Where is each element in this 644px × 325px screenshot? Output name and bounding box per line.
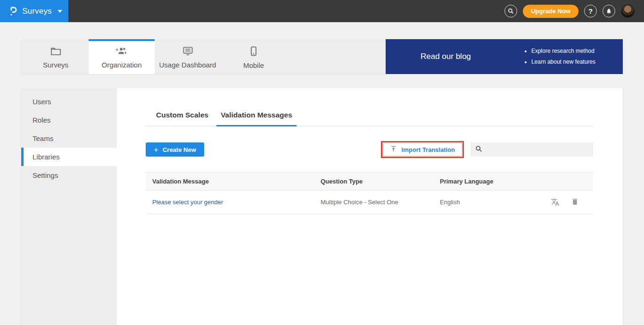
primary-navigation: Surveys + Organization: [21, 39, 623, 74]
tab-validation-messages[interactable]: Validation Messages: [216, 111, 297, 126]
search-icon: [475, 145, 482, 154]
import-icon: [390, 145, 397, 154]
blog-banner[interactable]: Read our blog Explore research method Le…: [386, 39, 623, 74]
questionpro-logo-icon: [9, 6, 17, 17]
banner-bullet: Learn about new features: [531, 57, 595, 67]
dashboard-icon: [182, 46, 193, 58]
row-actions: [556, 198, 593, 207]
translate-icon[interactable]: [551, 198, 560, 207]
nav-tab-usage-dashboard[interactable]: Usage Dashboard: [155, 39, 221, 74]
sidebar-item-teams[interactable]: Teams: [21, 129, 117, 148]
table-row: Please select your gender Multiple Choic…: [146, 191, 593, 214]
column-header-actions: [550, 173, 593, 191]
primary-language-cell: English: [433, 191, 550, 214]
help-icon[interactable]: ?: [584, 5, 597, 17]
nav-tab-surveys[interactable]: Surveys: [23, 39, 89, 74]
validation-message-link[interactable]: Please select your gender: [152, 199, 223, 206]
library-tabs: Custom Scales Validation Messages: [146, 111, 593, 126]
nav-tab-label: Organization: [101, 61, 141, 69]
nav-tabs: Surveys + Organization: [21, 39, 386, 74]
nav-tab-label: Usage Dashboard: [159, 61, 216, 69]
sidebar-item-roles[interactable]: Roles: [21, 111, 117, 129]
topbar: Surveys Upgrade Now ?: [0, 0, 644, 22]
user-avatar[interactable]: [621, 4, 635, 18]
toolbar: + Create New Import Translation: [146, 141, 593, 158]
import-translation-button[interactable]: Import Translation: [383, 143, 462, 156]
chevron-down-icon: [58, 10, 62, 13]
table-header-row: Validation Message Question Type Primary…: [146, 173, 593, 191]
column-header-question-type: Question Type: [314, 173, 433, 191]
column-header-validation-message: Validation Message: [146, 173, 314, 191]
sidebar-item-users[interactable]: Users: [21, 92, 117, 111]
highlight-annotation: Import Translation: [381, 141, 464, 158]
main-panel: Users Roles Teams Libraries Settings Cus…: [21, 88, 623, 325]
product-switcher[interactable]: Surveys: [0, 0, 68, 22]
validation-messages-table: Validation Message Question Type Primary…: [146, 172, 593, 214]
libraries-content: Custom Scales Validation Messages + Crea…: [117, 88, 623, 325]
plus-icon: +: [154, 146, 158, 154]
settings-sidebar: Users Roles Teams Libraries Settings: [21, 88, 117, 325]
nav-tab-label: Mobile: [243, 61, 264, 69]
sidebar-item-settings[interactable]: Settings: [21, 166, 117, 184]
mobile-icon: [250, 46, 257, 58]
table-search[interactable]: [471, 142, 593, 157]
group-add-icon: +: [116, 46, 128, 58]
sidebar-item-libraries[interactable]: Libraries: [21, 148, 117, 166]
tab-custom-scales[interactable]: Custom Scales: [152, 111, 213, 126]
bell-icon[interactable]: [603, 5, 615, 17]
banner-title: Read our blog: [421, 52, 471, 61]
nav-tab-organization[interactable]: + Organization: [89, 39, 155, 74]
search-input[interactable]: [486, 146, 588, 153]
banner-bullet: Explore research method: [531, 46, 595, 57]
question-type-cell: Multiple Choice - Select One: [314, 191, 433, 214]
nav-tab-label: Surveys: [43, 61, 68, 69]
banner-bullet-list: Explore research method Learn about new …: [525, 46, 595, 68]
upgrade-now-button[interactable]: Upgrade Now: [523, 5, 578, 18]
topbar-actions: Upgrade Now ?: [504, 4, 644, 18]
search-icon[interactable]: [504, 5, 517, 17]
nav-tab-mobile[interactable]: Mobile: [221, 39, 287, 74]
create-new-button[interactable]: + Create New: [146, 142, 204, 157]
product-name: Surveys: [22, 7, 52, 16]
delete-icon[interactable]: [571, 198, 579, 207]
folder-icon: [50, 46, 61, 58]
column-header-primary-language: Primary Language: [433, 173, 550, 191]
svg-text:+: +: [116, 47, 118, 52]
